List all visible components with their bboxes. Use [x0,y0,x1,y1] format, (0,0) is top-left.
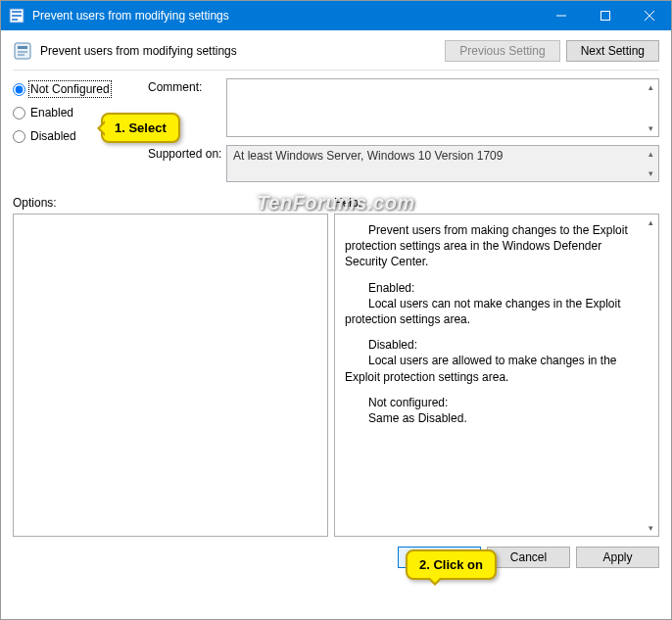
window-controls [539,1,671,30]
help-content: Prevent users from making changes to the… [345,222,639,426]
radio-disabled-label: Disabled [30,129,76,143]
apply-button[interactable]: Apply [576,547,659,568]
help-text: Disabled: [345,337,639,353]
settings-icon [13,41,32,61]
next-setting-button[interactable]: Next Setting [566,40,659,62]
svg-rect-5 [600,12,609,21]
radio-not-configured-label: Not Configured [30,82,110,96]
scroll-down-icon: ▾ [643,166,658,181]
svg-rect-1 [12,11,22,13]
svg-rect-10 [18,51,27,53]
help-text: Not configured: [345,395,639,410]
policy-icon [9,8,24,24]
supported-label: Supported on: [148,145,226,182]
help-text: Prevent users from making changes to the… [345,222,639,270]
help-text: Enabled: [345,280,639,296]
header: Prevent users from modifying settings Pr… [1,30,671,70]
page-title: Prevent users from modifying settings [40,44,445,58]
comment-input[interactable]: ▴ ▾ [226,78,659,137]
help-pane: Prevent users from making changes to the… [334,214,659,537]
svg-rect-3 [12,19,18,21]
minimize-button[interactable] [539,1,583,30]
svg-rect-2 [12,15,22,17]
radio-not-configured-input[interactable] [13,83,25,96]
annotation-select: 1. Select [101,113,180,143]
scroll-down-icon[interactable]: ▾ [643,120,658,136]
close-button[interactable] [627,1,671,30]
divider [13,70,659,71]
svg-rect-9 [18,46,27,49]
scrollbar: ▴ ▾ [643,146,658,181]
scroll-up-icon[interactable]: ▴ [643,215,658,230]
radio-disabled-input[interactable] [13,130,25,143]
supported-text: At least Windows Server, Windows 10 Vers… [233,149,503,163]
svg-rect-11 [18,54,24,56]
help-text: Local users are allowed to make changes … [345,353,639,384]
scroll-down-icon[interactable]: ▾ [643,520,658,536]
radio-not-configured[interactable]: Not Configured [13,82,140,96]
help-text: Same as Disabled. [345,410,639,426]
footer: OK Cancel Apply [1,537,671,578]
options-pane [13,214,328,537]
scrollbar[interactable]: ▴ ▾ [643,215,658,536]
window-title: Prevent users from modifying settings [32,9,539,23]
cancel-button[interactable]: Cancel [487,547,570,568]
scroll-up-icon: ▴ [643,146,658,162]
annotation-click: 2. Click on [406,549,497,580]
previous-setting-button: Previous Setting [445,40,559,62]
options-label: Options: [13,196,334,210]
scrollbar[interactable]: ▴ ▾ [643,79,658,136]
scroll-up-icon[interactable]: ▴ [643,79,658,95]
titlebar: Prevent users from modifying settings [1,1,671,30]
help-text: Local users can not make changes in the … [345,296,639,327]
radio-enabled-input[interactable] [13,107,25,119]
maximize-button[interactable] [583,1,627,30]
radio-enabled-label: Enabled [30,106,73,119]
supported-value: At least Windows Server, Windows 10 Vers… [226,145,659,182]
help-label: Help: [334,196,361,210]
